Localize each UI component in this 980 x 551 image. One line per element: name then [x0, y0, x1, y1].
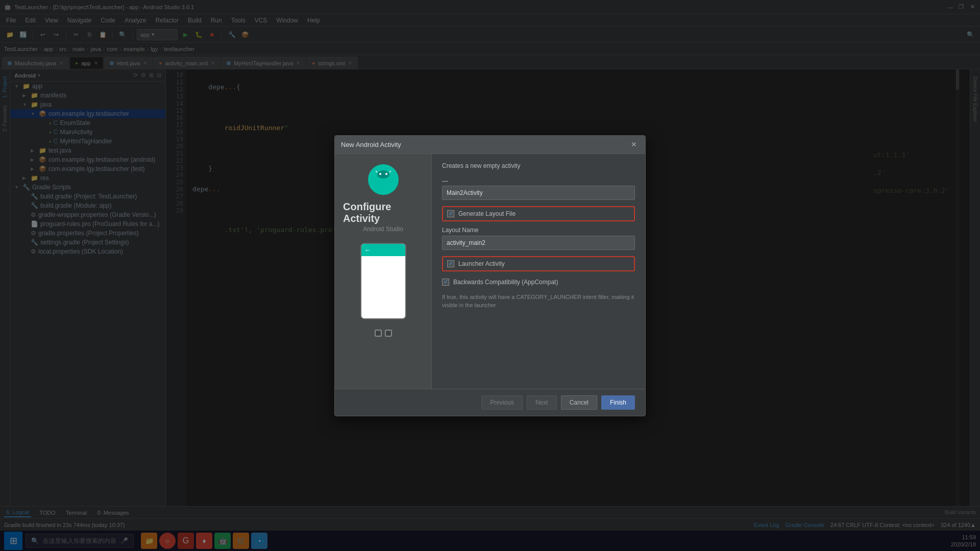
modal-body: Configure Activity Android Studio ← Cre	[335, 154, 645, 389]
cancel-label: Cancel	[570, 399, 589, 406]
step-icon-2	[385, 330, 392, 337]
cancel-button[interactable]: Cancel	[561, 395, 597, 410]
finish-label: Finish	[610, 399, 626, 406]
generate-layout-group: ✓ Generate Layout File	[442, 206, 635, 221]
svg-point-0	[377, 170, 389, 179]
launcher-info-text: If true, this activity will have a CATEG…	[442, 294, 634, 309]
android-logo-svg	[374, 170, 393, 189]
modal-step-indicator	[375, 330, 392, 337]
phone-preview-content	[361, 256, 405, 318]
launcher-activity-checkbox[interactable]: ✓	[447, 260, 454, 267]
finish-button[interactable]: Finish	[601, 395, 635, 410]
svg-point-1	[379, 173, 381, 175]
next-label: Next	[535, 399, 548, 406]
phone-back-arrow-icon: ←	[364, 246, 372, 254]
modal-configure-title: Configure Activity	[343, 201, 423, 224]
modal-phone-preview: ←	[360, 243, 406, 319]
activity-name-label: —	[442, 178, 635, 185]
modal-title: New Android Activity	[341, 141, 401, 148]
launcher-activity-info: If true, this activity will have a CATEG…	[442, 293, 635, 310]
step-icon	[375, 330, 382, 337]
launcher-activity-group: ✓ Launcher Activity	[442, 256, 635, 271]
svg-line-3	[376, 171, 377, 172]
modal-right-panel: Creates a new empty activity — ✓ Generat…	[432, 154, 645, 389]
modal-overlay: New Android Activity ✕ Configure Activit…	[0, 0, 980, 551]
modal-description: Creates a new empty activity	[442, 162, 635, 169]
backwards-compat-label[interactable]: Backwards Compatibility (AppCompat)	[453, 279, 558, 286]
modal-titlebar: New Android Activity ✕	[335, 136, 645, 154]
previous-button[interactable]: Previous	[481, 395, 523, 410]
layout-name-label: Layout Name	[442, 227, 635, 234]
svg-point-2	[385, 173, 387, 175]
previous-label: Previous	[490, 399, 514, 406]
launcher-activity-label[interactable]: Launcher Activity	[458, 260, 505, 267]
generate-layout-label[interactable]: Generate Layout File	[458, 210, 516, 217]
modal-android-icon	[368, 164, 399, 195]
layout-name-group: Layout Name	[442, 227, 635, 250]
layout-name-input[interactable]	[442, 236, 635, 250]
modal-close-button[interactable]: ✕	[629, 139, 639, 149]
svg-line-4	[389, 171, 391, 172]
next-button[interactable]: Next	[527, 395, 557, 410]
generate-layout-checkbox[interactable]: ✓	[447, 210, 454, 217]
new-activity-dialog: New Android Activity ✕ Configure Activit…	[334, 135, 646, 416]
modal-footer: Previous Next Cancel Finish	[335, 389, 645, 416]
backwards-compat-group: ✓ Backwards Compatibility (AppCompat)	[442, 277, 635, 288]
modal-studio-subtitle: Android Studio	[363, 226, 403, 233]
phone-preview-topbar: ←	[361, 244, 405, 256]
launcher-activity-check-icon: ✓	[449, 260, 453, 267]
backwards-compat-check-icon: ✓	[444, 279, 448, 285]
backwards-compat-checkbox[interactable]: ✓	[442, 279, 449, 286]
modal-left-panel: Configure Activity Android Studio ←	[335, 154, 432, 389]
activity-name-group: —	[442, 178, 635, 200]
generate-layout-check-icon: ✓	[449, 210, 453, 217]
activity-name-input[interactable]	[442, 186, 635, 200]
